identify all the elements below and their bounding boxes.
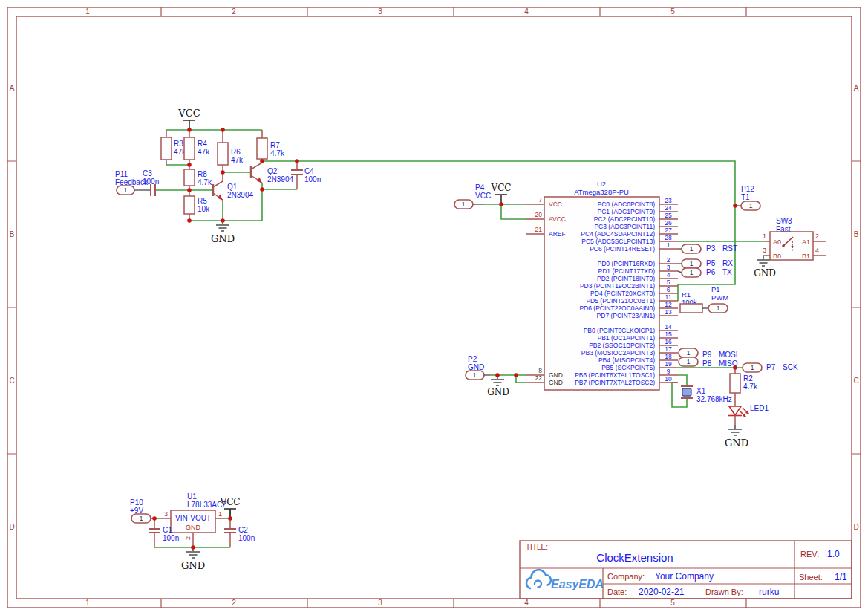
capacitor-c3[interactable]: C3 100n [143, 169, 159, 196]
pin-number: 17 [665, 345, 672, 353]
pin-number: 18 [665, 353, 672, 360]
pin-number: 9 [667, 368, 670, 375]
pin-number: 22 [535, 374, 543, 382]
pin-name: PD2 (PCINT18INT0) [597, 275, 655, 282]
drawn-by-label: Drawn By: [705, 588, 743, 596]
pin-number: 1 [751, 364, 754, 371]
col-label-bottom: 1 [85, 599, 90, 607]
value-label: 100n [304, 175, 321, 183]
pin-name: PB1 (OC1APCINT1) [598, 334, 656, 342]
col-label-bottom: 5 [670, 599, 675, 607]
connector-p3[interactable]: 1 P3 RST [678, 244, 737, 253]
pin-number: 1 [749, 202, 753, 209]
gnd-label: GND [754, 268, 776, 279]
net-label: T1 [741, 193, 750, 201]
pin-name: B1 [802, 253, 810, 260]
pin-name: PD7 (PCINT23AIN1) [597, 312, 656, 319]
resistor-r2[interactable]: R2 4.7k [730, 368, 758, 406]
resistor-r6[interactable]: R6 47k [218, 143, 244, 165]
pin-name: GND [549, 371, 563, 379]
gnd-flag[interactable]: GND [487, 375, 509, 397]
resistor-r5[interactable]: R5 10k [184, 196, 210, 214]
mcu-u2[interactable]: U2 ATmega328P-PU 7 VCC 20 AVCC 21 AREF 8… [526, 180, 678, 390]
resistor-r4[interactable]: R4 47k [184, 137, 210, 160]
ref-label: R2 [743, 374, 753, 383]
vcc-flag[interactable]: VCC [177, 108, 200, 130]
vcc-label: VCC [219, 497, 240, 507]
transistor-q2[interactable]: Q2 2N3904 [251, 161, 293, 183]
value-label: 4.7k [743, 383, 758, 391]
col-label-bottom: 3 [378, 599, 382, 607]
net-label: RST [722, 244, 737, 253]
pin-name: B0 [773, 253, 781, 260]
net-label: RX [722, 259, 733, 267]
crystal-x1[interactable]: X1 32.768kHz [681, 386, 732, 403]
gnd-flag[interactable]: GND [181, 547, 205, 571]
rev-value[interactable]: 1.0 [827, 549, 840, 559]
pin-name: A0 [773, 238, 781, 246]
gnd-flag[interactable]: GND [211, 221, 235, 244]
schematic-canvas[interactable]: 1 2 3 4 5 1 2 3 4 5 A B C D A B C D VCC … [0, 0, 868, 615]
pin-number: 1 [763, 232, 766, 240]
capacitor-c4[interactable]: C4 100n [291, 167, 321, 183]
resistor-r8[interactable]: R8 4.7k [184, 169, 212, 186]
gnd-flag[interactable]: GND [725, 425, 748, 449]
pin-name: PC6 (PCINT14RESET) [590, 245, 655, 253]
connector-p4[interactable]: P4 VCC 1 [454, 183, 491, 209]
connector-p12[interactable]: P12 T1 1 [735, 185, 760, 210]
pin-number: 1 [690, 245, 694, 253]
resistor-r1[interactable]: R1 100k [680, 290, 708, 313]
connector-p1[interactable]: P1 PWM 1 [708, 285, 728, 313]
drawn-by-value[interactable]: rurku [759, 587, 779, 597]
ref-label: P6 [706, 268, 716, 276]
company-value[interactable]: Your Company [655, 571, 714, 582]
pin-number: 10 [665, 375, 672, 383]
pin-name: PD5 (PCINT21OC0BT1) [586, 297, 655, 305]
led1[interactable]: LED1 [728, 404, 769, 425]
pin-name: PD3 (PCINT19OC2BINT1) [580, 282, 655, 290]
sheet-value[interactable]: 1/1 [835, 572, 847, 582]
vcc-flag[interactable]: VCC [490, 183, 511, 204]
resistor-r7[interactable]: R7 4.7k [257, 138, 285, 159]
connector-p6[interactable]: 1 P6 TX [678, 268, 732, 277]
regulator-section: P10 +9V 1 U1 L78L33ACZ 3 1 VIN VOUT GND … [130, 492, 255, 571]
capacitor-c2[interactable]: C2 100n [224, 526, 255, 542]
transistor-q1[interactable]: Q1 2N3904 [213, 172, 253, 201]
pin-number: 12 [665, 301, 672, 308]
pin-number: 1 [717, 305, 720, 312]
pin-number: 24 [665, 204, 672, 212]
connector-p5[interactable]: 1 P5 RX [678, 259, 733, 268]
logo-text: EasyEDA [551, 578, 604, 590]
date-label: Date: [607, 588, 627, 596]
pin-number: 6 [667, 286, 670, 293]
pin-number: 21 [535, 226, 543, 233]
net-label: SCK [783, 363, 798, 371]
pin-name: VOUT [190, 514, 211, 522]
pin-number: 1 [218, 510, 222, 518]
ref-label: Q1 [227, 183, 238, 191]
pin-number: 1 [473, 371, 477, 379]
pin-name: PC1 (ADC1PCINT9) [598, 208, 656, 215]
col-label-top: 3 [378, 7, 382, 16]
sheet-title[interactable]: ClockExtension [596, 551, 673, 564]
pin-name: PB5 (SCKPCINT5) [601, 364, 655, 371]
pin-name: AVCC [549, 215, 566, 223]
part-label: ATmega328P-PU [574, 188, 629, 196]
resistor-r3[interactable]: R3 47k [161, 137, 186, 160]
ref-label: LED1 [750, 404, 769, 412]
pin-number: 4 [815, 247, 819, 254]
connector-p2[interactable]: P2 GND 1 [466, 355, 490, 380]
connector-p8[interactable]: 1 P8 MISO [679, 357, 738, 368]
connector-p7[interactable]: 1 P7 SCK [743, 363, 798, 372]
ref-label: P11 [115, 170, 128, 178]
ref-label: R5 [198, 197, 207, 205]
ref-label: P7 [766, 363, 776, 371]
pin-number: 2 [815, 232, 819, 240]
date-value[interactable]: 2020-02-21 [639, 587, 685, 597]
connector-p10[interactable]: P10 +9V 1 [130, 498, 154, 523]
pin-number: 1 [667, 241, 670, 249]
regulator-u1[interactable]: U1 L78L33ACZ 3 1 VIN VOUT GND 2 [164, 492, 226, 540]
pin-number: 5 [667, 279, 670, 286]
switch-sw3[interactable]: SW3 Fast 1 2 3 4 A0 A1 B0 B1 [763, 217, 826, 260]
pin-number: 2 [667, 256, 670, 264]
